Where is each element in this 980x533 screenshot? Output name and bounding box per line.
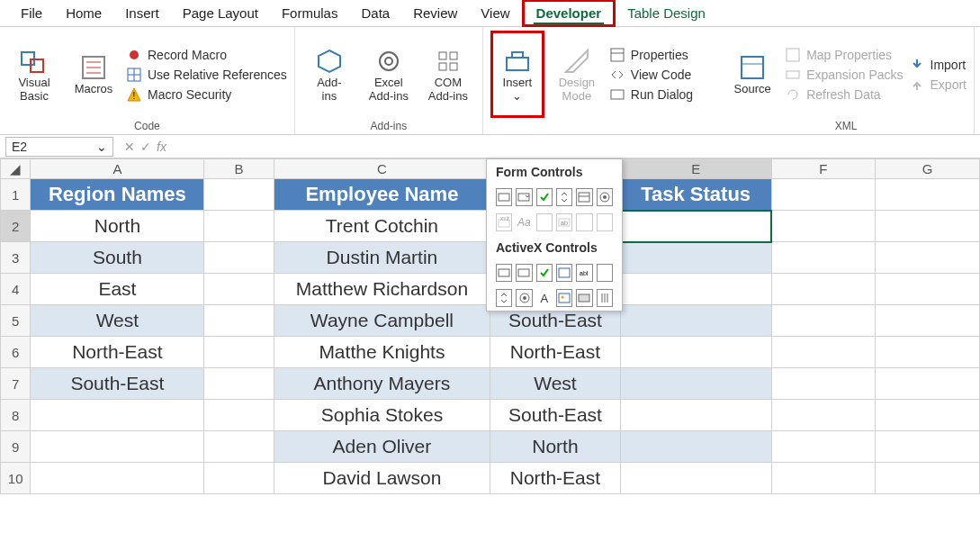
form-label-icon[interactable]: Aa — [516, 213, 532, 231]
activex-image-icon[interactable] — [556, 289, 572, 307]
activex-more-icon[interactable] — [597, 289, 613, 307]
insert-control-button[interactable]: Insert ⌄ — [490, 31, 544, 118]
form-groupbox-icon[interactable]: XYZ — [496, 213, 512, 231]
activex-toggle-icon[interactable] — [576, 289, 592, 307]
col-header-C[interactable]: C — [274, 159, 490, 179]
cell-E9[interactable] — [620, 431, 771, 463]
form-scrollbar-icon[interactable] — [536, 213, 553, 231]
cell-F2[interactable] — [771, 211, 876, 242]
cell-F5[interactable] — [771, 305, 876, 337]
cell-G3[interactable] — [876, 242, 980, 274]
confirm-icon[interactable]: ✓ — [140, 140, 151, 154]
cell-E5[interactable] — [620, 305, 771, 337]
form-combo-icon[interactable] — [516, 188, 532, 206]
cell-B8[interactable] — [204, 400, 274, 431]
col-header-B[interactable]: B — [204, 159, 274, 179]
col-header-F[interactable]: F — [771, 159, 876, 179]
cell-G4[interactable] — [876, 274, 980, 305]
col-header-E[interactable]: E — [620, 159, 771, 179]
use-relative-refs-button[interactable]: Use Relative References — [126, 67, 287, 83]
cell-F9[interactable] — [771, 431, 876, 463]
cell-F10[interactable] — [771, 463, 876, 494]
cell-E1[interactable]: Task Status — [620, 179, 771, 211]
cell-B5[interactable] — [204, 305, 274, 337]
form-button-icon[interactable] — [496, 188, 512, 206]
cell-G9[interactable] — [876, 431, 980, 463]
cell-C6[interactable]: Matthe Knights — [274, 337, 490, 368]
expansion-packs-button[interactable]: Expansion Packs — [785, 67, 903, 83]
properties-button[interactable]: Properties — [609, 47, 693, 63]
row-header-1[interactable]: 1 — [1, 179, 31, 211]
activex-label-icon[interactable]: A — [536, 289, 553, 307]
visual-basic-button[interactable]: Visual Basic — [7, 31, 61, 118]
row-header-7[interactable]: 7 — [1, 368, 31, 400]
cell-C8[interactable]: Sophia Stokes — [274, 400, 490, 431]
cell-C1[interactable]: Employee Name — [274, 179, 490, 211]
cell-G2[interactable] — [876, 211, 980, 242]
macros-button[interactable]: Macros — [67, 31, 121, 118]
form-combo2-icon[interactable] — [576, 213, 592, 231]
row-header-3[interactable]: 3 — [1, 242, 31, 274]
activex-combo-icon[interactable] — [516, 264, 532, 282]
activex-scrollbar-icon[interactable] — [597, 264, 613, 282]
excel-addins-button[interactable]: Excel Add-ins — [362, 31, 416, 118]
cell-A1[interactable]: Region Names — [31, 179, 204, 211]
cell-C9[interactable]: Aden Oliver — [274, 431, 490, 463]
cell-A6[interactable]: North-East — [31, 337, 204, 368]
cell-E4[interactable] — [620, 274, 771, 305]
cell-G1[interactable] — [876, 179, 980, 211]
cell-F6[interactable] — [771, 337, 876, 368]
cell-F7[interactable] — [771, 368, 876, 400]
name-box[interactable]: E2⌄ — [5, 137, 113, 157]
cell-C2[interactable]: Trent Cotchin — [274, 211, 490, 242]
row-header-9[interactable]: 9 — [1, 431, 31, 463]
activex-option-icon[interactable] — [516, 289, 532, 307]
tab-developer[interactable]: Developer — [522, 0, 616, 27]
cell-A8[interactable] — [31, 400, 204, 431]
cell-B3[interactable] — [204, 242, 274, 274]
cell-C4[interactable]: Matthew Richardson — [274, 274, 490, 305]
col-header-A[interactable]: A — [31, 159, 204, 179]
tab-file[interactable]: File — [9, 2, 54, 24]
row-header-6[interactable]: 6 — [1, 337, 31, 368]
com-addins-button[interactable]: COM Add-ins — [421, 31, 475, 118]
map-properties-button[interactable]: Map Properties — [785, 47, 903, 63]
cell-B9[interactable] — [204, 431, 274, 463]
cell-E3[interactable] — [620, 242, 771, 274]
select-all-cell[interactable]: ◢ — [1, 159, 31, 179]
cell-E10[interactable] — [620, 463, 771, 494]
export-button[interactable]: Export — [909, 77, 967, 93]
activex-checkbox-icon[interactable] — [536, 264, 553, 282]
view-code-button[interactable]: View Code — [609, 67, 693, 83]
cell-G10[interactable] — [876, 463, 980, 494]
cell-D6[interactable]: North-East — [490, 337, 621, 368]
cell-B10[interactable] — [204, 463, 274, 494]
cell-D7[interactable]: West — [490, 368, 621, 400]
refresh-data-button[interactable]: Refresh Data — [785, 86, 903, 103]
form-option-icon[interactable] — [597, 188, 613, 206]
cell-C10[interactable]: David Lawson — [274, 463, 490, 494]
cell-F3[interactable] — [771, 242, 876, 274]
tab-insert[interactable]: Insert — [113, 2, 171, 24]
row-header-2[interactable]: 2 — [1, 211, 31, 242]
cell-C3[interactable]: Dustin Martin — [274, 242, 490, 274]
import-button[interactable]: Import — [909, 57, 967, 73]
cell-A10[interactable] — [31, 463, 204, 494]
cell-A2[interactable]: North — [31, 211, 204, 242]
cell-G8[interactable] — [876, 400, 980, 431]
cell-G5[interactable] — [876, 305, 980, 337]
activex-listbox-icon[interactable] — [556, 264, 572, 282]
cell-A5[interactable]: West — [31, 305, 204, 337]
cell-D8[interactable]: South-East — [490, 400, 621, 431]
cell-C7[interactable]: Anthony Mayers — [274, 368, 490, 400]
form-checkbox-icon[interactable] — [536, 188, 553, 206]
form-textfield-icon[interactable]: ab — [556, 213, 572, 231]
activex-spin-icon[interactable] — [496, 289, 512, 307]
cell-C5[interactable]: Wayne Campbell — [274, 305, 490, 337]
row-header-10[interactable]: 10 — [1, 463, 31, 494]
tab-page-layout[interactable]: Page Layout — [171, 2, 270, 24]
tab-formulas[interactable]: Formulas — [270, 2, 350, 24]
cancel-icon[interactable]: ✕ — [124, 140, 135, 154]
cell-A9[interactable] — [31, 431, 204, 463]
tab-review[interactable]: Review — [401, 2, 469, 24]
